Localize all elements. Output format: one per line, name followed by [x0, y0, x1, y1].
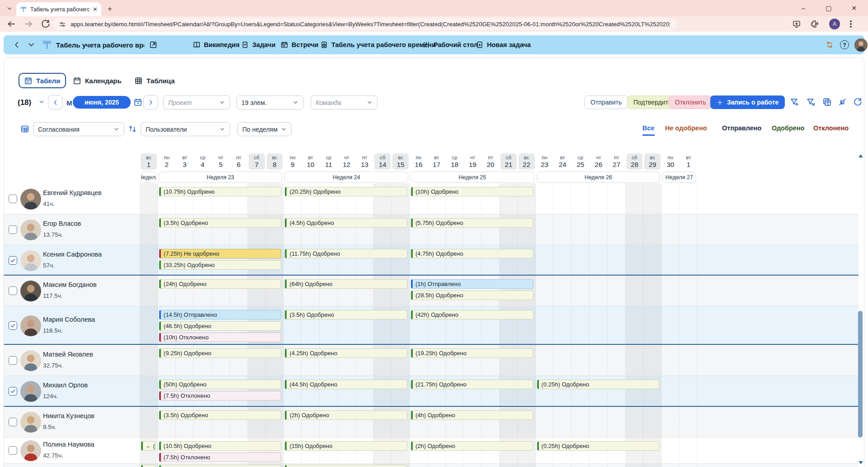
- tab-search-icon[interactable]: [5, 4, 14, 14]
- address-bar[interactable]: apps.teamer.by/demo.html#/Timesheet/PCal…: [52, 18, 676, 30]
- site-settings-icon[interactable]: [59, 21, 66, 28]
- scrollbar-thumb[interactable]: [858, 311, 863, 438]
- timesheet-bar-approved[interactable]: (4h) Одобрено: [411, 410, 533, 420]
- add-filter-icon[interactable]: [790, 97, 799, 107]
- row-checkbox[interactable]: [9, 356, 17, 365]
- legend-4[interactable]: Одобрено: [772, 124, 804, 134]
- view-select[interactable]: По неделям: [237, 122, 292, 136]
- row-checkbox[interactable]: [9, 256, 17, 265]
- timesheet-bar-approved[interactable]: (4.75h) Одобрено: [411, 249, 533, 258]
- timesheet-bar-approved[interactable]: (33.25h) Одобрено: [159, 260, 282, 270]
- timesheet-bar-sent[interactable]: (1h) Отправлено: [411, 279, 533, 289]
- month-selector[interactable]: июня, 2025: [73, 96, 131, 109]
- timesheet-bar-approved[interactable]: (10h) Одобрено: [411, 187, 533, 196]
- window-close-button[interactable]: ✕: [843, 0, 865, 16]
- legend-1[interactable]: Все: [642, 124, 655, 136]
- menu-item-6[interactable]: Новая задача: [476, 35, 531, 54]
- table-row[interactable]: Матвей Яковлев32.75ч.(9.25h) Одобрено(4.…: [4, 345, 859, 376]
- approvals-select[interactable]: Согласования: [33, 122, 124, 136]
- timesheet-bar-approved[interactable]: (24h) Одобрено: [159, 279, 282, 289]
- board-icon[interactable]: [20, 124, 29, 133]
- timesheet-bar-approved[interactable]: (0.25h) Одобрено: [537, 441, 660, 451]
- extensions-icon[interactable]: [810, 19, 819, 29]
- timesheet-bar-approved[interactable]: (20.25h) Одобрено: [285, 187, 407, 196]
- clear-filter-icon[interactable]: [806, 97, 816, 107]
- app-back-button[interactable]: [13, 35, 21, 54]
- project-select[interactable]: Проект: [163, 95, 230, 110]
- legend-2[interactable]: Не одобрено: [665, 124, 707, 134]
- timesheet-bar-approved[interactable]: (3.5h) Одобрено: [159, 218, 282, 228]
- prev-month-button[interactable]: [48, 95, 63, 110]
- timesheet-bar-approved[interactable]: ← (7.: [141, 441, 156, 451]
- window-maximize-button[interactable]: ▢: [817, 0, 840, 16]
- timesheet-bar-rejected[interactable]: (10h) Отклонено: [159, 333, 282, 342]
- timesheet-bar-approved[interactable]: (46.5h) Одобрено: [159, 321, 282, 331]
- row-checkbox[interactable]: [9, 195, 17, 203]
- forward-button[interactable]: [24, 19, 33, 29]
- tab-табели[interactable]: Табели: [19, 73, 66, 88]
- timesheet-bar-approved[interactable]: (2h) Одобрено: [285, 410, 407, 420]
- sync-icon[interactable]: [826, 35, 834, 54]
- scroll-up-arrow[interactable]: [859, 154, 863, 157]
- table-row[interactable]: Максим Богданов117.5ч.(24h) Одобрено(64h…: [4, 276, 859, 306]
- row-checkbox[interactable]: [9, 446, 17, 455]
- reload-button[interactable]: [41, 19, 51, 29]
- timesheet-bar-approved[interactable]: (42h) Одобрено: [411, 310, 533, 319]
- row-checkbox[interactable]: [9, 286, 17, 295]
- tab-таблица[interactable]: Таблица: [130, 73, 179, 88]
- legend-3[interactable]: Отправлено: [722, 124, 761, 134]
- timesheet-bar-approved[interactable]: (3.5h) Одобрено: [285, 310, 407, 319]
- add-filter-icon[interactable]: [790, 97, 799, 107]
- refresh-icon[interactable]: [853, 97, 863, 107]
- new-tab-button[interactable]: +: [108, 5, 112, 14]
- row-checkbox[interactable]: [9, 418, 17, 426]
- table-row[interactable]: Егор Власов13.75ч.(3.5h) Одобрено(4.5h) …: [4, 214, 859, 245]
- refresh-icon[interactable]: [853, 97, 863, 107]
- user-avatar[interactable]: [854, 35, 868, 54]
- integration-icon[interactable]: [838, 97, 847, 107]
- tab-close-icon[interactable]: ✕: [93, 6, 98, 13]
- send-button[interactable]: Отправить: [584, 95, 628, 109]
- timesheet-bar-approved[interactable]: [141, 465, 156, 467]
- timesheet-bar-approved[interactable]: (4.25h) Одобрено: [285, 348, 407, 358]
- items-select[interactable]: 19 элем.: [236, 95, 303, 110]
- timesheet-bar-approved[interactable]: (44.5h) Одобрено: [285, 380, 407, 389]
- integration-icon[interactable]: [838, 97, 847, 107]
- scroll-down-arrow[interactable]: [859, 461, 863, 464]
- timesheet-bar-approved[interactable]: (50h) Одобрено: [159, 380, 282, 389]
- row-checkbox[interactable]: [9, 225, 17, 234]
- timesheet-bar-approved[interactable]: (3.5h) Одобрено: [159, 410, 282, 420]
- timesheet-bar-approved[interactable]: (9.25h) Одобрено: [159, 348, 282, 358]
- tab-календарь[interactable]: Календарь: [68, 73, 126, 88]
- menu-item-3[interactable]: Встречи: [280, 35, 319, 54]
- calendar-picker-icon[interactable]: [133, 98, 142, 107]
- app-history-dropdown[interactable]: [27, 35, 35, 54]
- count-dropdown-icon[interactable]: [38, 99, 45, 105]
- swap-icon[interactable]: [128, 124, 137, 133]
- menu-item-5[interactable]: Рабочий стол: [422, 35, 478, 54]
- install-icon[interactable]: [792, 19, 801, 29]
- back-button[interactable]: [6, 19, 16, 29]
- table-row-partial[interactable]: [4, 464, 859, 467]
- menu-item-2[interactable]: Задачи: [241, 35, 275, 54]
- menu-item-1[interactable]: Википедия: [193, 35, 240, 54]
- browser-menu-icon[interactable]: [846, 19, 855, 29]
- timesheet-bar-rejected[interactable]: (7.5h) Отклонено: [159, 453, 282, 462]
- timesheet-bar-approved[interactable]: (15h) Одобрено: [285, 441, 407, 451]
- app-logo-icon[interactable]: [42, 35, 52, 54]
- groupby-select[interactable]: Пользователи: [141, 122, 230, 136]
- legend-5[interactable]: Отклонено: [813, 124, 849, 134]
- window-minimize-button[interactable]: –: [792, 0, 815, 16]
- copy-icon[interactable]: [822, 97, 832, 107]
- add-work-record-button[interactable]: Запись о работе: [710, 95, 785, 109]
- timesheet-bar-rejected[interactable]: (7.5h) Отклонено: [159, 391, 282, 400]
- menu-item-4[interactable]: Табель учета рабочего времени: [320, 35, 436, 54]
- timesheet-bar-approved[interactable]: (10.75h) Одобрено: [159, 187, 282, 196]
- timesheet-bar-approved[interactable]: (64h) Одобрено: [285, 279, 407, 289]
- timesheet-bar-approved[interactable]: (21.75h) Одобрено: [411, 380, 533, 389]
- timesheet-bar-sent[interactable]: (14.5h) Отправлено: [159, 310, 282, 319]
- timesheet-bar-approved[interactable]: (28.5h) Одобрено: [411, 291, 533, 300]
- timesheet-bar-approved[interactable]: [285, 465, 407, 467]
- timesheet-bar-approved[interactable]: [159, 465, 282, 467]
- table-row[interactable]: Полина Наумова42.75ч.← (7.(10.5h) Одобре…: [4, 438, 859, 464]
